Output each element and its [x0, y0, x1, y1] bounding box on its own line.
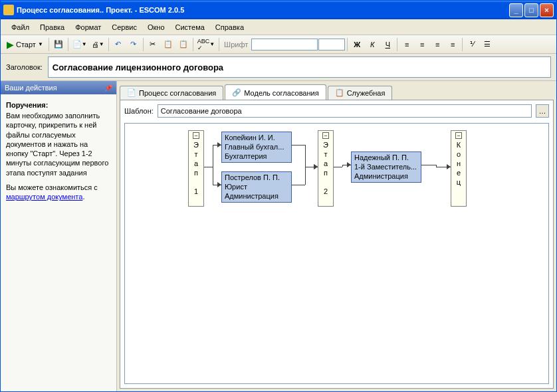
approver-node[interactable]: Копейкин И. И.Главный бухгал...Бухгалтер…	[221, 132, 292, 163]
tab-process[interactable]: 📄 Процесс согласования	[120, 86, 223, 100]
save-icon: 💾	[54, 40, 63, 49]
menu-help[interactable]: Справка	[210, 21, 249, 33]
copy-icon: 📋	[164, 40, 173, 49]
cut-icon: ✂	[150, 40, 156, 49]
stage-label: Конец	[455, 141, 463, 187]
menu-window[interactable]: Окно	[142, 21, 170, 33]
template-input[interactable]	[158, 104, 532, 118]
undo-button[interactable]: ↶	[111, 37, 126, 52]
numbered-list-button[interactable]: ⅟	[465, 37, 479, 52]
menu-format[interactable]: Формат	[70, 21, 106, 33]
redo-button[interactable]: ↷	[126, 37, 141, 52]
tab-label: Процесс согласования	[139, 89, 216, 97]
app-icon	[3, 5, 14, 15]
collapse-toggle[interactable]: −	[322, 132, 329, 139]
print-button[interactable]: 🖨▼	[90, 37, 106, 52]
undo-icon: ↶	[115, 40, 121, 49]
bullet-list-button[interactable]: ☰	[480, 37, 495, 52]
font-size-input[interactable]	[318, 39, 345, 50]
align-left-button[interactable]: ≡	[399, 37, 414, 52]
tab-bar: 📄 Процесс согласования 🔗 Модель согласов…	[120, 84, 554, 100]
title-input[interactable]	[48, 56, 551, 78]
workflow-diagram[interactable]: −Этап 1−Этап 2−КонецКопейкин И. И.Главны…	[124, 123, 549, 384]
start-button[interactable]: ▶ Старт ▼	[3, 37, 47, 52]
underline-button[interactable]: Ч	[380, 37, 395, 52]
stage-label: Этап 2	[322, 141, 330, 197]
menu-service[interactable]: Сервис	[106, 21, 142, 33]
collapse-toggle[interactable]: −	[455, 132, 462, 139]
align-center-button[interactable]: ≡	[415, 37, 429, 52]
font-name-input[interactable]	[251, 39, 318, 50]
numbered-list-icon: ⅟	[470, 40, 474, 49]
bold-button[interactable]: Ж	[350, 37, 364, 52]
cut-button[interactable]: ✂	[146, 37, 160, 52]
tab-content: Шаблон: … −Этап 1−Этап 2−КонецКопейкин И…	[120, 100, 554, 389]
tab-label: Служебная	[347, 89, 386, 97]
stage-s2[interactable]: −Этап 2	[318, 130, 334, 207]
header-row: Заголовок:	[1, 54, 556, 81]
bullet-list-icon: ☰	[484, 40, 491, 49]
align-justify-button[interactable]: ≡	[445, 37, 460, 52]
route-link[interactable]: маршрутом документа	[6, 193, 82, 201]
titlebar: Процесс согласования.. Проект. - ESCOM 2…	[1, 1, 556, 19]
paste-icon: 📋	[179, 40, 188, 49]
stage-end[interactable]: −Конец	[451, 130, 467, 207]
bold-icon: Ж	[354, 41, 360, 49]
menu-system[interactable]: Система	[170, 21, 210, 33]
document-icon: 📄	[72, 40, 82, 49]
pin-icon[interactable]: 📌	[104, 84, 112, 92]
align-center-icon: ≡	[420, 41, 424, 49]
side-panel-body: Поручения: Вам необходимо заполнить карт…	[1, 94, 116, 391]
ellipsis-icon: …	[539, 107, 546, 115]
menubar: Файл Правка Формат Сервис Окно Система С…	[1, 19, 556, 35]
spellcheck-button[interactable]: ABC✓▼	[195, 37, 217, 52]
process-icon: 📄	[127, 88, 136, 98]
maximize-button[interactable]: □	[524, 3, 538, 17]
minimize-button[interactable]: _	[509, 3, 523, 17]
font-label: Шрифт	[221, 41, 251, 49]
browse-button[interactable]: …	[536, 104, 549, 118]
tab-model[interactable]: 🔗 Модель согласования	[225, 84, 326, 100]
save-button[interactable]: 💾	[51, 37, 66, 52]
paste-button[interactable]: 📋	[176, 37, 191, 52]
stage-s1[interactable]: −Этап 1	[188, 130, 204, 207]
side-panel-header: Ваши действия 📌	[1, 81, 116, 94]
italic-button[interactable]: К	[365, 37, 380, 52]
stage-label: Этап 1	[192, 141, 200, 197]
approver-node[interactable]: Надежный П. П.1-й Заместитель...Админист…	[351, 151, 421, 183]
window-title: Процесс согласования.. Проект. - ESCOM 2…	[17, 6, 509, 14]
align-left-icon: ≡	[405, 41, 409, 49]
chevron-down-icon: ▼	[38, 41, 43, 47]
tab-label: Модель согласования	[244, 89, 318, 97]
close-button[interactable]: ×	[540, 3, 554, 17]
align-right-icon: ≡	[435, 41, 439, 49]
instructions-text: Вам необходимо заполнить карточку, прикр…	[6, 111, 111, 177]
toolbar: ▶ Старт ▼ 💾 📄▼ 🖨▼ ↶ ↷ ✂ 📋 📋 ABC✓▼ Шрифт …	[1, 35, 556, 54]
model-icon: 🔗	[232, 88, 241, 98]
align-right-button[interactable]: ≡	[430, 37, 445, 52]
template-label: Шаблон:	[124, 107, 154, 115]
template-row: Шаблон: …	[124, 104, 549, 118]
side-panel-title: Ваши действия	[5, 84, 57, 92]
print-icon: 🖨	[92, 41, 99, 49]
approver-node[interactable]: Пострелов П. П.ЮристАдминистрация	[221, 171, 292, 203]
italic-icon: К	[370, 41, 374, 49]
start-label: Старт	[16, 41, 36, 49]
align-justify-icon: ≡	[451, 41, 455, 49]
copy-button[interactable]: 📋	[161, 37, 175, 52]
play-icon: ▶	[7, 39, 14, 50]
service-icon: 📋	[335, 88, 344, 98]
menu-file[interactable]: Файл	[6, 21, 35, 33]
spellcheck-icon: ABC✓	[197, 38, 210, 51]
tab-service[interactable]: 📋 Служебная	[328, 86, 393, 100]
side-panel: Ваши действия 📌 Поручения: Вам необходим…	[1, 81, 117, 391]
main-area: 📄 Процесс согласования 🔗 Модель согласов…	[117, 81, 556, 391]
menu-edit[interactable]: Правка	[35, 21, 70, 33]
instructions-title: Поручения:	[6, 101, 111, 109]
route-text: Вы можете ознакомиться с маршрутом докум…	[6, 183, 111, 202]
redo-icon: ↷	[130, 40, 136, 49]
underline-icon: Ч	[386, 41, 390, 49]
header-label: Заголовок:	[6, 63, 43, 71]
collapse-toggle[interactable]: −	[193, 132, 199, 139]
new-button[interactable]: 📄▼	[70, 37, 89, 52]
